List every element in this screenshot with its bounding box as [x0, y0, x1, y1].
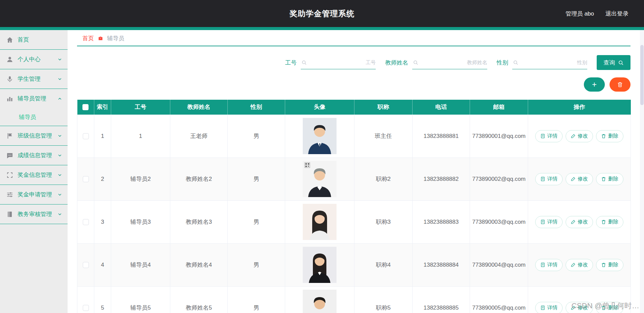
column-header-email: 邮箱	[470, 100, 528, 115]
user-icon	[6, 56, 14, 63]
edit-button[interactable]: 修改	[566, 302, 593, 313]
edit-button[interactable]: 修改	[566, 259, 593, 271]
cell-gender: 男	[228, 286, 285, 313]
select-all-checkbox[interactable]	[82, 104, 89, 110]
gender-input[interactable]	[520, 59, 587, 65]
cell-index: 4	[94, 243, 111, 286]
cell-title: 职称2	[354, 158, 413, 200]
microphone-icon	[6, 75, 14, 83]
cell-teacher-name: 教师姓名5	[170, 286, 228, 313]
table-toolbar: +	[77, 77, 630, 92]
add-button[interactable]: +	[584, 77, 605, 92]
search-button[interactable]: 查询	[597, 55, 630, 70]
edit-button[interactable]: 修改	[566, 173, 593, 185]
vertical-scrollbar	[640, 30, 644, 313]
batch-delete-button[interactable]	[610, 77, 630, 92]
document-icon	[540, 176, 545, 182]
sidebar-item-student-management[interactable]: 学生管理	[0, 69, 68, 89]
column-header-job-no: 工号	[111, 100, 170, 115]
row-actions: 详情 修改 删除	[528, 216, 630, 228]
teacher-name-input[interactable]	[420, 59, 487, 65]
breadcrumb-home-link[interactable]: 首页	[82, 34, 94, 42]
row-checkbox[interactable]	[83, 305, 89, 311]
detail-button[interactable]: 详情	[535, 173, 563, 185]
sidebar-subitem-label: 辅导员	[19, 113, 36, 121]
cell-email: 773890002@qq.com	[470, 158, 528, 200]
cell-email: 773890001@qq.com	[470, 115, 528, 158]
current-user[interactable]: 管理员 abo	[566, 10, 594, 18]
detail-button-label: 详情	[547, 262, 558, 268]
table-row: 2 辅导员2 教师姓名2 男 职称2 13823888882 773890002…	[77, 158, 631, 200]
gender-input-wrap	[512, 56, 587, 69]
page-title: 奖助学金管理系统	[0, 8, 644, 19]
filter-bar: 工号 教师姓名 性别 查询	[77, 55, 630, 70]
cell-title: 职称5	[354, 286, 413, 313]
row-checkbox[interactable]	[83, 133, 89, 139]
sidebar-item-personal-center[interactable]: 个人中心	[0, 50, 68, 69]
table-row: 5 辅导员5 教师姓名5 男 职称5 13823888885 773890005…	[77, 286, 631, 313]
delete-button-label: 删除	[608, 176, 618, 182]
job-no-input[interactable]	[309, 59, 376, 65]
sidebar-item-label: 辅导员管理	[18, 95, 57, 102]
edit-button-label: 修改	[578, 133, 588, 139]
chevron-up-icon	[57, 96, 62, 101]
column-header-actions: 操作	[528, 100, 631, 115]
delete-button[interactable]: 删除	[596, 216, 623, 228]
detail-button[interactable]: 详情	[535, 259, 563, 271]
search-icon	[513, 60, 518, 65]
detail-button[interactable]: 详情	[535, 130, 563, 142]
search-icon	[413, 60, 418, 65]
cell-job-no: 辅导员5	[111, 286, 170, 313]
cell-teacher-name: 教师姓名4	[170, 243, 228, 286]
sidebar-item-bonus-application-management[interactable]: 奖金申请管理	[0, 185, 68, 204]
sidebar-item-counselor-management[interactable]: 辅导员管理	[0, 89, 68, 108]
row-checkbox[interactable]	[83, 176, 89, 182]
cell-phone: 13823888884	[413, 243, 470, 286]
edit-button-label: 修改	[578, 305, 588, 311]
delete-button[interactable]: 删除	[596, 130, 623, 142]
detail-button[interactable]: 详情	[535, 302, 563, 313]
detail-button[interactable]: 详情	[535, 216, 563, 228]
search-icon	[618, 60, 624, 66]
cell-title: 职称3	[354, 200, 413, 243]
sidebar-item-grade-info-management[interactable]: 成绩信息管理	[0, 146, 68, 165]
pencil-icon	[571, 305, 576, 310]
crop-corners-icon	[6, 171, 14, 179]
sidebar-item-academic-review-management[interactable]: 教务审核管理	[0, 204, 68, 224]
sidebar: 首页 个人中心 学生管理 辅导员	[0, 30, 68, 313]
sidebar-item-bonus-info-management[interactable]: 奖金信息管理	[0, 165, 68, 185]
delete-button[interactable]: 删除	[596, 302, 623, 313]
column-header-gender: 性别	[228, 100, 285, 115]
sidebar-item-home[interactable]: 首页	[0, 30, 68, 49]
logout-link[interactable]: 退出登录	[605, 10, 628, 18]
trash-icon	[601, 176, 606, 182]
cell-index: 2	[94, 158, 111, 200]
row-checkbox[interactable]	[83, 262, 89, 268]
sliders-icon	[6, 191, 14, 198]
header-select-all-cell	[77, 100, 94, 115]
search-button-label: 查询	[603, 59, 615, 67]
briefcase-icon	[98, 36, 103, 41]
delete-button-label: 删除	[608, 133, 618, 139]
message-icon	[6, 152, 14, 159]
scrollbar-thumb[interactable]	[640, 45, 644, 105]
detail-button-label: 详情	[547, 219, 558, 225]
cell-title: 班主任	[354, 115, 413, 158]
cell-phone: 13823888885	[413, 286, 470, 313]
sidebar-item-class-info-management[interactable]: 班级信息管理	[0, 126, 68, 145]
cell-gender: 男	[228, 115, 285, 158]
row-checkbox[interactable]	[83, 219, 89, 225]
cell-job-no: 辅导员2	[111, 158, 170, 200]
table-row: 4 辅导员4 教师姓名4 男 职称4 13823888884 773890004…	[77, 243, 631, 286]
chevron-down-icon	[57, 134, 62, 138]
flag-icon	[6, 132, 14, 140]
delete-button[interactable]: 删除	[596, 259, 623, 271]
document-icon	[540, 262, 545, 267]
edit-button[interactable]: 修改	[566, 130, 593, 142]
trash-icon	[601, 305, 606, 310]
row-actions: 详情 修改 删除	[528, 130, 630, 142]
sidebar-subitem-counselor[interactable]: 辅导员	[0, 108, 68, 126]
cell-gender: 男	[228, 200, 285, 243]
delete-button[interactable]: 删除	[596, 173, 623, 185]
edit-button[interactable]: 修改	[566, 216, 593, 228]
